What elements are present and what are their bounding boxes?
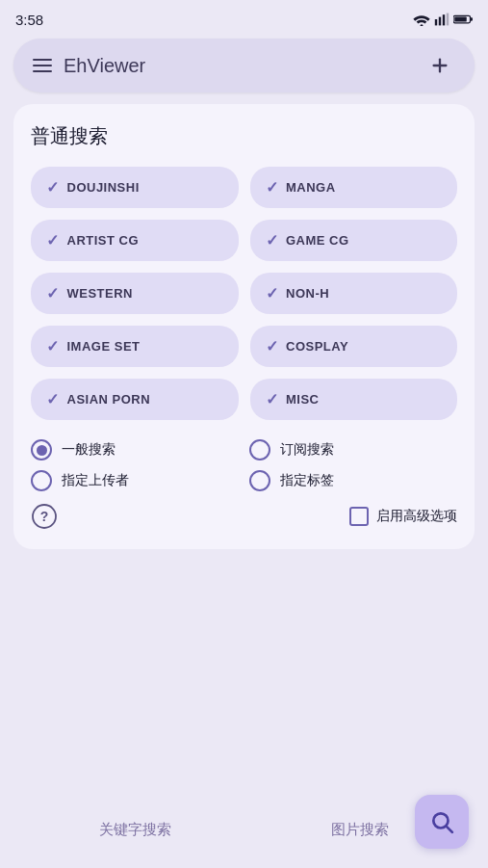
radio-general-search[interactable]: 一般搜索 — [31, 439, 240, 460]
radio-circle-uploader — [31, 470, 52, 491]
radio-circle-general — [31, 439, 52, 460]
category-misc[interactable]: ✓ MISC — [250, 379, 458, 420]
svg-rect-3 — [443, 14, 445, 25]
category-western[interactable]: ✓ WESTERN — [31, 273, 239, 314]
add-button[interactable] — [424, 50, 455, 81]
advanced-options-label: 启用高级选项 — [376, 508, 457, 525]
radio-label-tag: 指定标签 — [280, 472, 334, 489]
radio-tag-search[interactable]: 指定标签 — [249, 470, 458, 491]
radio-label-general: 一般搜索 — [62, 441, 116, 459]
radio-label-subscription: 订阅搜索 — [280, 441, 334, 459]
radio-circle-tag — [249, 470, 270, 491]
check-cosplay: ✓ — [266, 337, 279, 355]
svg-text:?: ? — [40, 509, 49, 524]
svg-rect-2 — [439, 17, 441, 26]
checkbox-box — [349, 507, 369, 526]
svg-rect-7 — [454, 17, 467, 22]
svg-rect-1 — [435, 19, 437, 25]
advanced-options-checkbox[interactable]: 启用高级选项 — [349, 507, 457, 526]
signal-icon — [434, 13, 449, 26]
svg-rect-6 — [471, 17, 474, 20]
keyword-search-button[interactable]: 关键字搜索 — [84, 813, 187, 847]
category-game-cg[interactable]: ✓ GAME CG — [250, 220, 458, 261]
radio-label-uploader: 指定上传者 — [62, 472, 129, 489]
svg-line-13 — [447, 827, 452, 832]
status-time: 3:58 — [15, 12, 43, 28]
wifi-icon — [413, 13, 430, 26]
status-icons — [413, 13, 473, 26]
app-title: EhViewer — [64, 55, 145, 77]
help-button[interactable]: ? — [31, 503, 58, 530]
category-cosplay[interactable]: ✓ COSPLAY — [250, 326, 458, 367]
check-artist-cg: ✓ — [46, 231, 60, 250]
category-non-h[interactable]: ✓ NON-H — [250, 273, 458, 314]
check-game-cg: ✓ — [266, 231, 279, 250]
category-manga[interactable]: ✓ MANGA — [250, 167, 458, 208]
status-bar: 3:58 — [0, 0, 488, 35]
radio-circle-subscription — [249, 439, 270, 460]
svg-rect-4 — [447, 13, 449, 26]
check-western: ✓ — [46, 284, 60, 302]
category-image-set[interactable]: ✓ IMAGE SET — [31, 326, 239, 367]
check-misc: ✓ — [266, 390, 279, 408]
check-non-h: ✓ — [266, 284, 279, 302]
check-doujinshi: ✓ — [46, 178, 60, 197]
radio-subscription-search[interactable]: 订阅搜索 — [249, 439, 458, 460]
card-title: 普通搜索 — [31, 123, 457, 149]
radio-uploader-search[interactable]: 指定上传者 — [31, 470, 240, 491]
category-doujinshi[interactable]: ✓ DOUJINSHI — [31, 167, 239, 208]
check-image-set: ✓ — [46, 337, 60, 355]
battery-icon — [453, 13, 473, 25]
category-grid: ✓ DOUJINSHI ✓ MANGA ✓ ARTIST CG ✓ GAME C… — [31, 167, 457, 420]
category-asian-porn[interactable]: ✓ ASIAN PORN — [31, 379, 239, 420]
hamburger-icon[interactable] — [33, 59, 52, 72]
check-manga: ✓ — [266, 178, 279, 197]
main-card: 普通搜索 ✓ DOUJINSHI ✓ MANGA ✓ ARTIST CG ✓ G… — [13, 104, 475, 549]
radio-section: 一般搜索 订阅搜索 指定上传者 指定标签 — [31, 439, 457, 491]
fab-search-button[interactable] — [415, 795, 469, 849]
check-asian-porn: ✓ — [46, 390, 60, 408]
svg-point-0 — [421, 24, 424, 26]
app-bar-left: EhViewer — [33, 55, 145, 77]
app-bar: EhViewer — [13, 39, 475, 92]
bottom-row: ? 启用高级选项 — [31, 503, 457, 530]
category-artist-cg[interactable]: ✓ ARTIST CG — [31, 220, 239, 261]
image-search-button[interactable]: 图片搜索 — [316, 813, 404, 847]
